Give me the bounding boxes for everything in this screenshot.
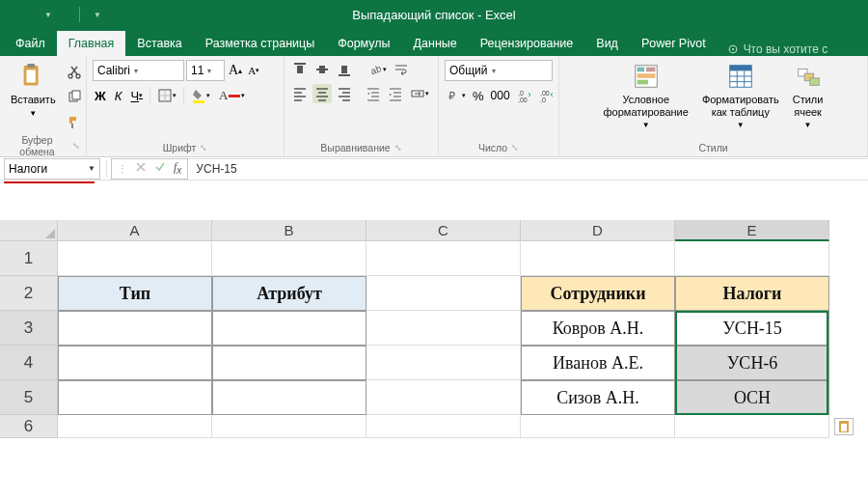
italic-button[interactable]: К — [113, 87, 124, 105]
borders-icon[interactable]: ▾ — [155, 86, 178, 105]
spreadsheet-grid[interactable]: A B C D E 1 2 Тип Атрибут Сотрудники Нал… — [0, 220, 868, 438]
cell-a1[interactable] — [58, 241, 212, 276]
tab-view[interactable]: Вид — [584, 31, 630, 56]
row-header-6[interactable]: 6 — [0, 415, 58, 438]
tab-power-pivot[interactable]: Power Pivot — [630, 31, 718, 56]
tab-insert[interactable]: Вставка — [125, 31, 193, 56]
cell-b3[interactable] — [212, 311, 366, 346]
cell-b2[interactable]: Атрибут — [212, 276, 366, 311]
row-header-3[interactable]: 3 — [0, 311, 58, 346]
cell-e6[interactable] — [675, 415, 829, 438]
merge-center-icon[interactable]: ▾ — [408, 84, 431, 103]
cell-e5[interactable]: ОСН — [675, 380, 829, 415]
font-shrink-icon[interactable]: A▾ — [246, 63, 261, 78]
indent-increase-icon[interactable] — [386, 84, 405, 103]
align-right-icon[interactable] — [335, 84, 354, 103]
tell-me[interactable]: Что вы хотите с — [727, 42, 828, 56]
range-dots-icon[interactable]: ⋮ — [118, 163, 127, 174]
cell-c6[interactable] — [366, 415, 521, 438]
align-top-icon[interactable] — [290, 60, 310, 79]
bold-button[interactable]: Ж — [93, 87, 108, 105]
cancel-formula-icon[interactable] — [135, 161, 147, 176]
formula-input[interactable]: УСН-15 — [188, 158, 868, 180]
percent-icon[interactable]: % — [471, 87, 486, 105]
row-header-1[interactable]: 1 — [0, 241, 58, 276]
col-header-d[interactable]: D — [521, 220, 675, 241]
cell-e4[interactable]: УСН-6 — [675, 346, 829, 380]
paste-button[interactable]: Вставить ▼ — [6, 60, 61, 120]
cell-e3[interactable]: УСН-15 — [675, 311, 829, 346]
cell-d1[interactable] — [521, 241, 675, 276]
name-box[interactable]: Налоги ▼ — [4, 158, 100, 180]
cell-c4[interactable] — [366, 346, 521, 380]
row-header-2[interactable]: 2 — [0, 276, 58, 311]
conditional-formatting-button[interactable]: Условное форматирование▼ — [599, 60, 693, 131]
cell-e1[interactable] — [675, 241, 829, 276]
cell-d4[interactable]: Иванов А.Е. — [521, 346, 675, 380]
align-center-icon[interactable] — [312, 84, 332, 103]
font-color-icon[interactable]: А▾ — [217, 86, 247, 105]
tab-data[interactable]: Данные — [402, 31, 469, 56]
tab-review[interactable]: Рецензирование — [469, 31, 585, 56]
cut-icon[interactable] — [65, 63, 84, 82]
tab-page-layout[interactable]: Разметка страницы — [194, 31, 326, 56]
tab-home[interactable]: Главная — [57, 31, 126, 56]
align-left-icon[interactable] — [290, 84, 310, 103]
select-all-corner[interactable] — [0, 220, 58, 241]
clipboard-launcher[interactable]: ⤡ — [72, 141, 80, 151]
indent-decrease-icon[interactable] — [364, 84, 383, 103]
row-header-4[interactable]: 4 — [0, 346, 58, 380]
number-launcher[interactable]: ⤡ — [511, 143, 519, 152]
cell-d5[interactable]: Сизов А.Н. — [521, 380, 675, 415]
orientation-icon[interactable]: ab▾ — [366, 60, 389, 79]
fx-icon[interactable]: fx — [174, 160, 181, 176]
cell-a2[interactable]: Тип — [58, 276, 212, 311]
enter-formula-icon[interactable] — [154, 161, 166, 176]
cell-b1[interactable] — [212, 241, 366, 276]
col-header-a[interactable]: A — [58, 220, 212, 241]
comma-icon[interactable]: 000 — [489, 87, 512, 104]
cell-c2[interactable] — [366, 276, 521, 311]
row-header-5[interactable]: 5 — [0, 380, 58, 415]
cell-e2[interactable]: Налоги — [675, 276, 829, 311]
paste-options-icon[interactable] — [834, 418, 854, 435]
cell-a5[interactable] — [58, 380, 212, 415]
copy-icon[interactable] — [65, 88, 84, 107]
fill-color-icon[interactable]: ▾ — [189, 86, 212, 105]
wrap-text-icon[interactable] — [392, 60, 411, 79]
cell-b5[interactable] — [212, 380, 366, 415]
col-header-c[interactable]: C — [366, 220, 521, 241]
cell-c1[interactable] — [366, 241, 521, 276]
group-clipboard: Вставить ▼ Буфер обмена⤡ — [0, 56, 87, 156]
alignment-launcher[interactable]: ⤡ — [394, 143, 402, 152]
format-as-table-button[interactable]: Форматировать как таблицу▼ — [697, 60, 784, 131]
number-format-combo[interactable]: Общий▾ — [445, 60, 553, 81]
font-size-combo[interactable]: 11▾ — [186, 60, 225, 81]
col-header-b[interactable]: B — [212, 220, 366, 241]
cell-a6[interactable] — [58, 415, 212, 438]
cell-b6[interactable] — [212, 415, 366, 438]
cell-a4[interactable] — [58, 346, 212, 380]
svg-rect-9 — [71, 124, 73, 128]
cell-styles-button[interactable]: Стили ячеек▼ — [788, 60, 828, 131]
font-launcher[interactable]: ⤡ — [200, 143, 207, 152]
decrease-decimal-icon[interactable]: ,00,0 — [537, 86, 556, 105]
cell-c5[interactable] — [366, 380, 521, 415]
format-painter-icon[interactable] — [65, 113, 84, 132]
cell-d3[interactable]: Ковров А.Н. — [521, 311, 675, 346]
cell-d6[interactable] — [521, 415, 675, 438]
font-grow-icon[interactable]: A▴ — [227, 61, 244, 80]
tab-formulas[interactable]: Формулы — [326, 31, 401, 56]
increase-decimal-icon[interactable]: ,0,00 — [515, 86, 534, 105]
tab-file[interactable]: Файл — [4, 31, 57, 56]
cell-b4[interactable] — [212, 346, 366, 380]
underline-button[interactable]: Ч ▾ — [128, 87, 145, 105]
align-middle-icon[interactable] — [312, 60, 332, 79]
col-header-e[interactable]: E — [675, 220, 829, 241]
cell-d2[interactable]: Сотрудники — [521, 276, 675, 311]
align-bottom-icon[interactable] — [335, 60, 354, 79]
currency-icon[interactable]: ₽▾ — [445, 86, 468, 105]
font-name-combo[interactable]: Calibri▾ — [93, 60, 184, 81]
cell-a3[interactable] — [58, 311, 212, 346]
cell-c3[interactable] — [366, 311, 521, 346]
